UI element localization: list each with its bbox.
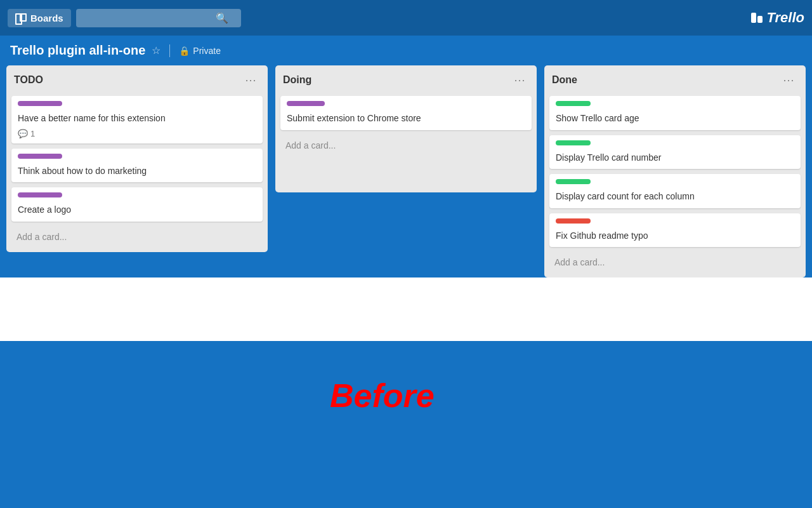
card-text: Show Trello card age (556, 112, 794, 125)
card-text: Have a better name for this extension (18, 112, 256, 125)
column-todo-menu[interactable]: ⋯ (241, 72, 260, 88)
card-text: Create a logo (18, 204, 256, 217)
card-label-green (556, 101, 591, 106)
card-label-purple (287, 101, 325, 106)
card-marketing[interactable]: Think about how to do marketing (11, 149, 263, 183)
column-doing-header: Doing ⋯ (280, 72, 532, 91)
card-show-trello-age[interactable]: Show Trello card age (549, 96, 801, 130)
add-card-todo[interactable]: Add a card... (11, 228, 263, 246)
column-doing-menu[interactable]: ⋯ (510, 72, 529, 88)
board-content: TODO ⋯ Have a better name for this exten… (0, 65, 812, 277)
card-label-purple (18, 154, 62, 159)
card-label-red (556, 218, 591, 224)
comment-count: 1 (30, 129, 35, 138)
column-done-header: Done ⋯ (549, 72, 801, 91)
card-have-better-name[interactable]: Have a better name for this extension 💬 … (11, 96, 263, 144)
card-label-purple (18, 101, 62, 106)
add-card-doing[interactable]: Add a card... (280, 137, 532, 154)
column-done-menu[interactable]: ⋯ (779, 72, 798, 88)
trello-logo-text: Trello (766, 10, 804, 26)
card-text: Display card count for each column (556, 190, 794, 203)
column-doing-title: Doing (283, 74, 311, 86)
card-text: Display Trello card number (556, 152, 794, 164)
add-card-done[interactable]: Add a card... (549, 253, 801, 271)
search-input[interactable] (82, 13, 216, 23)
board-privacy: 🔒 Private (179, 46, 221, 56)
card-display-card-count[interactable]: Display card count for each column (549, 174, 801, 208)
card-label-green (556, 140, 591, 145)
boards-button[interactable]: Boards (8, 9, 71, 27)
before-watermark: Before (330, 377, 435, 415)
trello-logo: Trello (751, 10, 804, 26)
comment-icon: 💬 (18, 129, 28, 138)
header-divider (169, 44, 170, 57)
bottom-section (0, 277, 812, 341)
top-navigation: Boards 🔍 Trello (0, 0, 812, 36)
column-done-title: Done (552, 74, 577, 86)
boards-label: Boards (30, 13, 63, 23)
card-display-card-number[interactable]: Display Trello card number (549, 135, 801, 170)
star-icon[interactable]: ☆ (152, 44, 160, 57)
column-todo-title: TODO (14, 74, 43, 86)
column-todo-header: TODO ⋯ (11, 72, 263, 91)
card-meta: 💬 1 (18, 129, 256, 138)
search-bar[interactable]: 🔍 (76, 9, 241, 27)
card-text: Think about how to do marketing (18, 165, 256, 178)
trello-logo-icon (751, 13, 763, 23)
board-title: Trello plugin all-in-one (10, 43, 145, 58)
column-doing: Doing ⋯ Submit extension to Chrome store… (275, 65, 537, 192)
board-area: TODO ⋯ Have a better name for this exten… (0, 65, 812, 277)
search-icon: 🔍 (216, 12, 228, 24)
card-text: Submit extension to Chrome store (287, 112, 525, 125)
column-todo: TODO ⋯ Have a better name for this exten… (6, 65, 268, 252)
column-done: Done ⋯ Show Trello card age Display Trel… (544, 65, 806, 277)
card-submit-extension[interactable]: Submit extension to Chrome store (280, 96, 532, 130)
board-header: Trello plugin all-in-one ☆ 🔒 Private (0, 36, 812, 65)
card-create-logo[interactable]: Create a logo (11, 187, 263, 222)
card-label-purple (18, 192, 62, 197)
card-fix-github-readme[interactable]: Fix Github readme typo (549, 213, 801, 248)
boards-icon (15, 13, 27, 22)
card-label-green (556, 179, 591, 184)
privacy-label: Private (193, 46, 221, 56)
lock-icon: 🔒 (179, 46, 190, 56)
card-text: Fix Github readme typo (556, 230, 794, 243)
